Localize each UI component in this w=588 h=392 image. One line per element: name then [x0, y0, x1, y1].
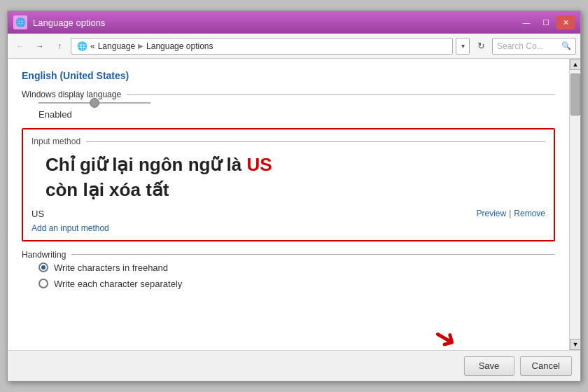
- remove-link[interactable]: Remove: [514, 209, 545, 218]
- search-placeholder-text: Search Co...: [497, 41, 544, 51]
- address-bar: ← → ↑ 🌐 « Language ▶ Language options ▾ …: [8, 34, 580, 59]
- annotation-line1: Chỉ giữ lại ngôn ngữ là: [46, 154, 241, 175]
- close-button[interactable]: ✕: [556, 15, 575, 29]
- input-name: US: [31, 209, 44, 219]
- add-input-method-link[interactable]: Add an input method: [31, 223, 545, 233]
- cancel-button[interactable]: Cancel: [520, 356, 572, 376]
- slider-track[interactable]: [38, 102, 150, 104]
- scroll-track[interactable]: [570, 70, 580, 339]
- scrollbar: ▲ ▼: [569, 59, 580, 350]
- content-area: English (United States) Windows display …: [8, 59, 580, 350]
- scroll-thumb[interactable]: [570, 74, 580, 115]
- radio-freehand-label: Write characters in freehand: [54, 262, 168, 273]
- search-box[interactable]: Search Co... 🔍: [492, 38, 576, 55]
- forward-icon: →: [36, 41, 44, 51]
- language-title: English (United States): [22, 70, 555, 81]
- window-icon: 🌐: [13, 15, 27, 29]
- display-language-value-area: Enabled: [38, 102, 555, 120]
- address-path[interactable]: 🌐 « Language ▶ Language options: [71, 38, 453, 55]
- window-title: Language options: [33, 18, 105, 28]
- input-method-section: Input method Chỉ giữ lại ngôn ngữ là US …: [22, 128, 555, 241]
- annotation-highlight: US: [247, 154, 272, 175]
- input-method-header: Input method: [31, 136, 545, 146]
- scroll-down-button[interactable]: ▼: [570, 339, 580, 350]
- dropdown-icon: ▾: [461, 42, 465, 50]
- slider-line: [38, 102, 555, 104]
- radio-freehand-button[interactable]: [38, 262, 48, 272]
- path-app-icon: 🌐: [77, 41, 88, 51]
- path-language-options: Language options: [146, 41, 213, 51]
- title-bar-controls: — ☐ ✕: [517, 15, 575, 29]
- input-row: US Preview | Remove: [31, 209, 545, 219]
- radio-freehand: Write characters in freehand: [38, 262, 555, 273]
- restore-button[interactable]: ☐: [537, 15, 555, 29]
- refresh-icon: ↻: [477, 41, 485, 51]
- scroll-up-button[interactable]: ▲: [570, 59, 580, 70]
- enabled-text: Enabled: [38, 109, 555, 120]
- input-actions: Preview | Remove: [477, 209, 546, 218]
- bottom-bar: ➜ Save Cancel: [8, 350, 580, 381]
- preview-link[interactable]: Preview: [477, 209, 507, 218]
- refresh-button[interactable]: ↻: [472, 38, 489, 55]
- main-window: 🌐 Language options — ☐ ✕ ← → ↑ 🌐 « Langu…: [7, 10, 581, 382]
- handwriting-options: Write characters in freehand Write each …: [38, 262, 555, 289]
- action-divider: |: [509, 209, 511, 218]
- back-button[interactable]: ←: [12, 38, 29, 55]
- main-content: English (United States) Windows display …: [8, 59, 569, 350]
- up-button[interactable]: ↑: [51, 38, 68, 55]
- path-separator-text: «: [90, 41, 95, 51]
- slider-thumb: [90, 98, 99, 108]
- radio-separate-button[interactable]: [38, 279, 48, 288]
- annotation-text: Chỉ giữ lại ngôn ngữ là US còn lại xóa t…: [46, 152, 545, 203]
- title-bar-left: 🌐 Language options: [13, 15, 105, 29]
- minimize-button[interactable]: —: [517, 15, 536, 29]
- annotation-line2: còn lại xóa tất: [46, 179, 169, 200]
- address-dropdown[interactable]: ▾: [456, 38, 470, 55]
- radio-separate: Write each character separately: [38, 279, 555, 289]
- search-icon: 🔍: [561, 41, 571, 50]
- forward-button[interactable]: →: [31, 38, 48, 55]
- title-bar: 🌐 Language options — ☐ ✕: [8, 11, 580, 34]
- radio-separate-label: Write each character separately: [54, 279, 182, 289]
- back-icon: ←: [16, 41, 24, 51]
- path-language: Language: [98, 41, 135, 51]
- path-arrow: ▶: [138, 42, 144, 50]
- up-icon: ↑: [57, 41, 62, 51]
- handwriting-section: Handwriting Write characters in freehand…: [22, 250, 555, 289]
- display-language-label: Windows display language: [22, 90, 555, 99]
- save-button[interactable]: Save: [464, 356, 514, 376]
- handwriting-label: Handwriting: [22, 250, 555, 260]
